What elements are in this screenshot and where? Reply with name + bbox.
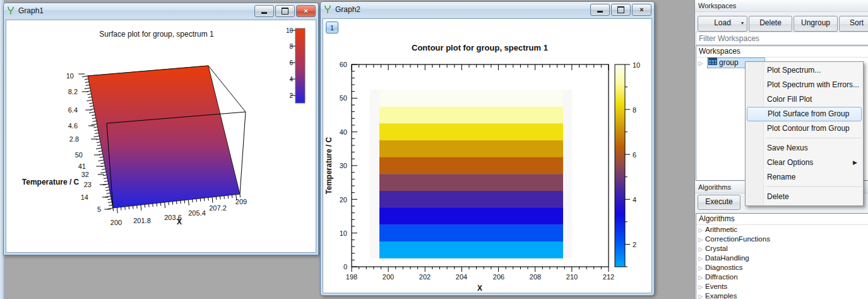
svg-text:210: 210 [566, 273, 578, 281]
graph1-minimize-button[interactable] [254, 5, 274, 17]
svg-text:30: 30 [340, 162, 347, 169]
svg-text:10: 10 [286, 27, 294, 34]
svg-text:10: 10 [66, 72, 74, 80]
graph1-window-title: Graph1 [18, 6, 253, 15]
g1-plot-title: Surface plot for group, spectrum 1 [99, 30, 214, 39]
svg-text:202: 202 [419, 273, 431, 281]
svg-text:6: 6 [289, 59, 293, 66]
g1-surface [88, 66, 240, 208]
svg-text:40: 40 [340, 128, 347, 136]
execute-button[interactable]: Execute [698, 195, 740, 210]
graph1-window: Graph1 × Surface plot for group, spectru… [3, 3, 319, 255]
svg-text:212: 212 [603, 273, 614, 281]
menu-item-plot-spectrum[interactable]: Plot Spectrum... [746, 63, 863, 78]
menu-item-plot-spectrum-with-errors[interactable]: Plot Spectrum with Errors... [746, 78, 863, 92]
expand-triangle-icon[interactable]: ▷ [696, 292, 705, 299]
graph2-window: Graph2 × 1 Contour plot [320, 1, 655, 296]
graph1-canvas: Surface plot for group, spectrum 1 10 8.… [6, 20, 316, 253]
svg-text:60: 60 [340, 61, 347, 68]
svg-text:207.2: 207.2 [209, 204, 227, 212]
graph1-close-button[interactable]: × [296, 5, 316, 17]
menu-item-delete[interactable]: Delete [746, 190, 863, 204]
contour-plot: Contour plot for group, spectrum 1 60 [323, 19, 651, 293]
minimize-icon [597, 11, 603, 13]
ungroup-button[interactable]: Ungroup [794, 16, 838, 32]
svg-text:201.8: 201.8 [133, 217, 151, 224]
submenu-arrow-icon: ▶ [853, 156, 857, 170]
algorithm-category-correctionfunctions[interactable]: ▷CorrectionFunctions [696, 235, 868, 244]
svg-text:206: 206 [493, 273, 504, 281]
g2-y-tick-labels: 60 50 40 30 20 10 0 [340, 61, 347, 271]
algorithm-category-datahandling[interactable]: ▷DataHandling [696, 253, 868, 263]
svg-text:208: 208 [530, 273, 541, 281]
algorithm-category-events[interactable]: ▷Events [696, 282, 868, 291]
expand-triangle-icon[interactable]: ▷ [696, 226, 705, 235]
graph2-canvas: 1 Contour plot for group, spectrum 1 [323, 18, 652, 293]
menu-item-clear-options[interactable]: Clear Options▶ [746, 156, 863, 170]
g1-x-axis-label: X [177, 217, 182, 226]
menu-item-rename[interactable]: Rename [746, 170, 863, 185]
svg-text:10: 10 [340, 229, 347, 237]
graph1-maximize-button[interactable] [275, 5, 295, 17]
filter-workspaces-input[interactable] [696, 32, 868, 45]
svg-text:10: 10 [633, 61, 640, 69]
expand-triangle-icon[interactable]: ▷ [696, 273, 705, 283]
svg-text:4: 4 [289, 76, 293, 83]
algorithm-category-examples[interactable]: ▷Examples [696, 291, 868, 299]
svg-text:200: 200 [383, 273, 394, 281]
graph2-maximize-button[interactable] [611, 4, 631, 16]
svg-text:5: 5 [97, 205, 101, 213]
svg-text:14: 14 [81, 193, 88, 201]
algorithm-category-arithmetic[interactable]: ▷Arithmetic [696, 225, 868, 235]
delete-button[interactable]: Delete [749, 16, 792, 32]
svg-text:204: 204 [456, 273, 467, 281]
g1-y-axis-label: Temperature / C [22, 178, 80, 186]
algorithm-category-diffraction[interactable]: ▷Diffraction [696, 272, 868, 282]
svg-text:8: 8 [289, 43, 293, 50]
svg-text:8: 8 [633, 106, 636, 114]
svg-text:41: 41 [78, 162, 86, 170]
algorithms-tree-header: Algorithms [696, 214, 868, 225]
close-icon: × [304, 8, 307, 15]
menu-item-save-nexus[interactable]: Save Nexus [746, 141, 863, 156]
svg-text:32: 32 [81, 171, 89, 178]
menu-item-color-fill-plot[interactable]: Color Fill Plot [746, 92, 863, 107]
expand-triangle-icon[interactable]: ▷ [696, 235, 705, 245]
expand-triangle-icon[interactable]: ▷ [696, 264, 705, 273]
algorithm-category-diagnostics[interactable]: ▷Diagnostics [696, 263, 868, 272]
expand-triangle-icon[interactable]: ▷ [696, 245, 705, 254]
minimize-icon [261, 12, 267, 14]
svg-text:209: 209 [235, 198, 247, 205]
graph2-close-button[interactable]: × [632, 4, 651, 16]
menu-item-plot-contour-from-group[interactable]: Plot Contour from Group [746, 121, 863, 136]
algorithms-tree: Algorithms ▷Arithmetic ▷CorrectionFuncti… [696, 213, 868, 299]
expand-triangle-icon[interactable]: ▷ [696, 254, 705, 264]
svg-text:6: 6 [633, 151, 636, 159]
maximize-icon [282, 8, 288, 15]
algorithm-category-crystal[interactable]: ▷Crystal [696, 244, 868, 253]
svg-text:2: 2 [633, 241, 636, 248]
svg-text:4: 4 [633, 196, 636, 204]
workspace-context-menu: Plot Spectrum... Plot Spectrum with Erro… [745, 61, 864, 206]
graph1-titlebar[interactable]: Graph1 × [4, 3, 318, 18]
svg-text:23: 23 [84, 181, 92, 188]
graph2-minimize-button[interactable] [590, 4, 610, 16]
sort-button[interactable]: Sort [839, 16, 868, 32]
graph2-titlebar[interactable]: Graph2 × [321, 2, 654, 17]
menu-item-plot-surface-from-group[interactable]: Plot Surface from Group [747, 107, 862, 121]
expand-triangle-icon[interactable]: ▷ [696, 58, 705, 69]
load-button[interactable]: Load▾ [698, 16, 747, 32]
chevron-down-icon: ▾ [741, 16, 744, 30]
surface-plot: Surface plot for group, spectrum 1 10 8.… [6, 20, 316, 252]
g2-x-axis-label: X [477, 284, 482, 293]
g2-colorbar-labels: 10 8 6 4 2 [633, 61, 640, 248]
workspace-group-icon [708, 58, 717, 68]
g1-z-tick-labels: 10 8.2 6.4 4.6 2.8 [66, 72, 79, 143]
svg-text:20: 20 [340, 196, 347, 204]
svg-text:4.6: 4.6 [68, 122, 78, 130]
menu-separator [765, 186, 862, 188]
workspaces-dock-header[interactable]: Workspaces [695, 0, 868, 12]
mantid-icon [6, 6, 15, 15]
expand-triangle-icon[interactable]: ▷ [696, 283, 705, 292]
g1-colorbar-labels: 10 8 6 4 2 [286, 27, 294, 99]
